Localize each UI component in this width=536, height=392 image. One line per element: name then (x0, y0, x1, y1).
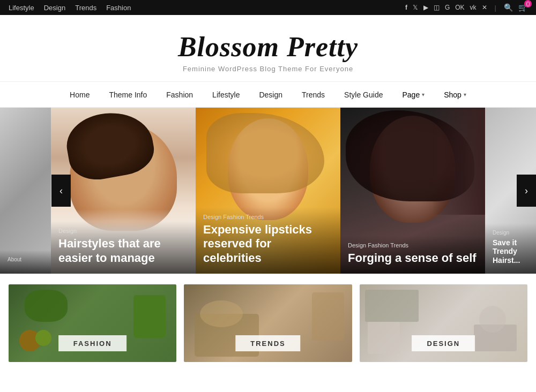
cart-icon[interactable]: 🛒0 (518, 3, 527, 12)
top-bar-nav[interactable]: Lifestyle Design Trends Fashion (9, 4, 131, 12)
slider: About Design Hairstyles that are easier … (0, 108, 536, 274)
nav-trends[interactable]: Trends (292, 83, 334, 107)
slide-1-overlay: Design Hairstyles that are easier to man… (51, 221, 196, 274)
nav-page-dropdown[interactable]: Page ▾ (392, 91, 434, 99)
chevron-down-icon-2: ▾ (464, 92, 466, 97)
slide-3-category: Design Fashion Trends (348, 242, 478, 248)
slide-0-category: About (8, 257, 43, 262)
cart-badge: 0 (524, 0, 532, 7)
search-icon[interactable]: 🔍 (504, 3, 513, 12)
vk-icon[interactable]: vk (470, 4, 477, 11)
trends-category-label: TRENDS (250, 340, 285, 348)
category-design[interactable]: DESIGN (360, 284, 527, 362)
nav-trends[interactable]: Trends (75, 4, 96, 12)
nav-lifestyle[interactable]: Lifestyle (9, 4, 34, 12)
slide-3-title: Forging a sense of self (348, 251, 478, 265)
nav-style-guide[interactable]: Style Guide (334, 83, 392, 107)
fashion-category-label-wrapper: FASHION (58, 335, 127, 351)
design-category-label: DESIGN (427, 340, 460, 348)
google-icon[interactable]: G (445, 4, 450, 11)
slide-2-category: Design Fashion Trends (203, 214, 333, 220)
slide-0-overlay: About (0, 250, 51, 274)
slide-2-title: Expensive lipsticks reserved for celebri… (203, 223, 333, 265)
slide-2: Design Fashion Trends Expensive lipstick… (196, 108, 340, 274)
slider-next-button[interactable]: › (517, 175, 536, 207)
nav-fashion[interactable]: Fashion (106, 4, 131, 12)
instagram-icon[interactable]: ◫ (434, 4, 440, 11)
xing-icon[interactable]: ✕ (482, 4, 487, 11)
slide-4-overlay: Design Save it Trendy Hairst... (485, 223, 536, 274)
chevron-left-icon: ‹ (59, 185, 63, 197)
chevron-down-icon: ▾ (422, 92, 425, 97)
slide-0: About (0, 108, 51, 274)
slide-2-overlay: Design Fashion Trends Expensive lipstick… (196, 207, 340, 274)
facebook-icon[interactable]: f (405, 4, 407, 11)
site-header: Blossom Pretty Feminine WordPress Blog T… (0, 15, 536, 82)
main-nav[interactable]: Home Theme Info Fashion Lifestyle Design… (0, 82, 536, 108)
fashion-category-label: FASHION (73, 340, 112, 348)
category-trends[interactable]: TRENDS (184, 284, 352, 362)
nav-theme-info[interactable]: Theme Info (99, 83, 157, 107)
slide-4-title: Save it Trendy Hairst... (493, 238, 528, 265)
category-fashion[interactable]: FASHION (9, 284, 176, 362)
nav-fashion[interactable]: Fashion (157, 83, 203, 107)
social-icons: f 𝕏 ▶ ◫ G OK vk ✕ | 🔍 🛒0 (405, 3, 527, 12)
site-title: Blossom Pretty (11, 31, 525, 63)
slide-4-category: Design (493, 230, 528, 236)
nav-design[interactable]: Design (44, 4, 65, 12)
slide-1-category: Design (58, 228, 188, 234)
slide-1-title: Hairstyles that are easier to manage (58, 237, 188, 265)
top-bar: Lifestyle Design Trends Fashion f 𝕏 ▶ ◫ … (0, 0, 536, 15)
slide-3: Design Fashion Trends Forging a sense of… (340, 108, 485, 274)
nav-shop-dropdown[interactable]: Shop ▾ (434, 91, 476, 99)
twitter-icon[interactable]: 𝕏 (413, 4, 418, 11)
slide-3-overlay: Design Fashion Trends Forging a sense of… (340, 236, 485, 274)
categories-section: FASHION TRENDS DESIGN (0, 274, 536, 373)
odnoklassniki-icon[interactable]: OK (455, 4, 464, 11)
design-category-label-wrapper: DESIGN (412, 335, 475, 351)
slide-1: Design Hairstyles that are easier to man… (51, 108, 196, 274)
slider-prev-button[interactable]: ‹ (51, 175, 71, 207)
nav-home[interactable]: Home (60, 83, 99, 107)
site-subtitle: Feminine WordPress Blog Theme For Everyo… (11, 65, 525, 73)
youtube-icon[interactable]: ▶ (423, 4, 428, 11)
nav-design[interactable]: Design (249, 83, 292, 107)
chevron-right-icon: › (525, 185, 528, 197)
trends-category-label-wrapper: TRENDS (235, 335, 300, 351)
nav-lifestyle[interactable]: Lifestyle (203, 83, 249, 107)
slider-track: About Design Hairstyles that are easier … (0, 108, 536, 274)
